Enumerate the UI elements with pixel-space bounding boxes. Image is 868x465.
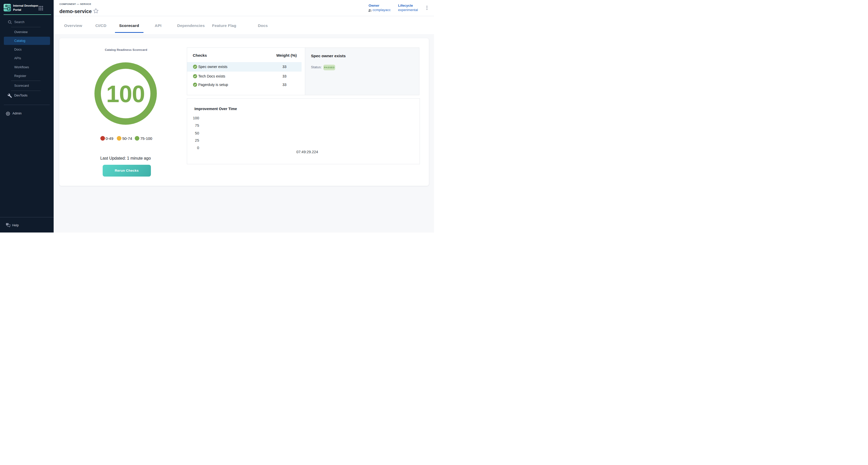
svg-text:?: ? [7, 223, 8, 225]
